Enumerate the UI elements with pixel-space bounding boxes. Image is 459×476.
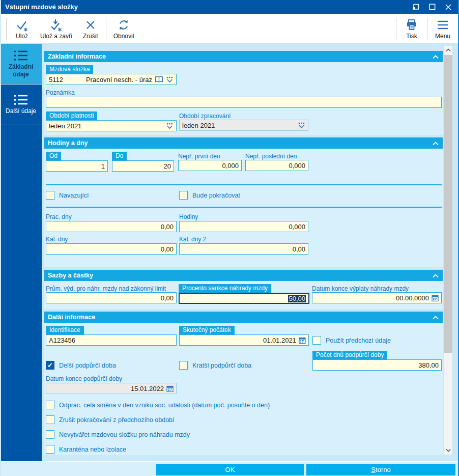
ok-label: OK — [225, 466, 235, 473]
checkbox-box[interactable] — [179, 361, 188, 370]
chevron-up-icon[interactable] — [432, 273, 439, 278]
poznamka-input[interactable] — [46, 97, 442, 108]
skutecny-pocatek-label: Skutečný počátek — [179, 326, 235, 334]
calendar-icon[interactable] — [432, 294, 439, 301]
checkbox-odprac-cela-smena[interactable]: Odprac. celá směna v den vzniku soc. udá… — [46, 401, 443, 409]
refresh-label: Obnovit — [113, 33, 134, 40]
do-input[interactable]: 20 — [112, 160, 174, 172]
vertical-scrollbar[interactable] — [444, 46, 452, 455]
field-kal-dny-2: Kal. dny 2 0,00 — [179, 235, 308, 255]
cancel-label: Zrušit — [83, 33, 98, 40]
checkbox-label: Karanténa nebo Izolace — [59, 446, 126, 453]
open-book-icon[interactable] — [155, 76, 163, 83]
menu-button[interactable]: Menu — [429, 16, 456, 42]
checkbox-pouzit-predchozi-udaje[interactable]: Použít předchozí údaje — [312, 336, 391, 345]
field-nepr-prvni-den: Nepř. první den 0,000 — [178, 152, 242, 171]
window-maximize-button[interactable] — [425, 2, 439, 13]
storno-label: Storno — [371, 466, 390, 473]
chevron-up-icon[interactable] — [432, 54, 439, 59]
kal-dny-2-label: Kal. dny 2 — [179, 235, 308, 243]
chevron-up-icon[interactable] — [432, 141, 439, 146]
skutecny-pocatek-input[interactable]: 01.01.2021 — [179, 334, 309, 346]
identifikace-input[interactable]: A123456 — [46, 334, 177, 346]
checkbox-box[interactable] — [46, 361, 54, 370]
kal-dny-input[interactable]: 0,00 — [46, 243, 177, 255]
maximize-icon — [429, 4, 436, 10]
toolbar-separator — [6, 18, 7, 40]
obdobi-platnosti-input[interactable]: leden 2021 — [46, 120, 177, 131]
sidebar-item-label: Další údaje — [6, 107, 36, 115]
sidebar-item-zakladni-udaje[interactable]: Základní údaje — [0, 44, 42, 85]
ok-button[interactable]: OK — [156, 464, 304, 475]
obdobi-zpracovani-value: leden 2021 — [182, 122, 295, 129]
storno-button[interactable]: Storno — [306, 464, 455, 475]
nepr-posledni-den-input[interactable]: 0,000 — [245, 160, 308, 171]
checkbox-bude-pokracovat[interactable]: Bude pokračovat — [179, 191, 240, 200]
refresh-button[interactable]: Obnovit — [108, 16, 139, 42]
checkbox-karantena-izolace[interactable]: Karanténa nebo Izolace — [46, 445, 443, 454]
checkbox-box[interactable] — [46, 191, 54, 200]
section-hodiny-a-dny: Hodiny a dny Od 1 Do — [44, 137, 443, 267]
sidebar-item-label: Základní údaje — [2, 63, 40, 78]
checkbox-box[interactable] — [46, 430, 54, 439]
nepr-prvni-den-input[interactable]: 0,000 — [178, 160, 242, 171]
sidebar: Základní údaje Další údaje — [0, 44, 42, 461]
checkbox-box[interactable] — [46, 401, 54, 409]
print-button[interactable]: Tisk — [398, 16, 425, 42]
mzdova-slozka-input[interactable]: 5112 Pracovní nesch. - úraz — [46, 74, 177, 85]
save-label: Ulož — [16, 33, 28, 40]
checkbox-box[interactable] — [46, 415, 54, 424]
checkbox-label: Kratší podpůrčí doba — [192, 362, 251, 369]
form-content: Základní informace Mzdová složka 5112 Pr… — [42, 44, 459, 461]
checkbox-delsi-podpurci-doba[interactable]: Delší podpůrčí doba — [46, 361, 179, 370]
nepr-posledni-den-value: 0,000 — [248, 162, 305, 170]
section-title: Sazby a částky — [48, 272, 432, 279]
pocet-dnu-input[interactable]: 380,00 — [312, 359, 442, 371]
od-input[interactable]: 1 — [46, 160, 108, 172]
obdobi-zpracovani-label: Období zpracování — [179, 111, 308, 120]
field-procento-sankce: Procento sankce náhrady mzdy 50,00 — [179, 284, 309, 304]
prac-dny-input[interactable]: 0,00 — [46, 221, 177, 232]
checkbox-navazujici[interactable]: Navazující — [46, 191, 179, 200]
obdobi-zpracovani-input: leden 2021 — [179, 120, 308, 131]
dots-chevron-icon[interactable] — [166, 76, 174, 83]
datum-konce-podpurci-input: 15.01.2022 — [46, 383, 177, 394]
kal-dny-value: 0,00 — [49, 245, 174, 253]
scrollbar-up-button[interactable] — [444, 46, 452, 54]
chevron-up-icon — [446, 48, 451, 52]
menu-label: Menu — [435, 33, 450, 40]
scrollbar-thumb[interactable] — [444, 55, 452, 353]
save-close-button[interactable]: Ulož a zavři — [35, 16, 77, 42]
mzdova-slozka-name: Pracovní nesch. - úraz — [86, 76, 152, 83]
dots-chevron-icon[interactable] — [166, 123, 174, 129]
checkbox-label: Odprac. celá směna v den vzniku soc. udá… — [59, 402, 270, 409]
hodiny-input[interactable]: 0,000 — [179, 221, 308, 232]
section-divider — [46, 184, 442, 185]
checkbox-kratsi-podpurci-doba[interactable]: Kratší podpůrčí doba — [179, 361, 312, 370]
window-close-button[interactable] — [442, 2, 455, 13]
checkbox-label: Nevytvářet mzdovou složku pro náhradu mz… — [59, 431, 190, 438]
checkbox-box[interactable] — [312, 336, 321, 345]
kal-dny-2-value: 0,00 — [182, 245, 305, 253]
window-restore-button[interactable] — [409, 2, 422, 13]
checkbox-nevytvaret-slozku[interactable]: Nevytvářet mzdovou složku pro náhradu mz… — [46, 430, 443, 439]
checkbox-box[interactable] — [179, 191, 188, 200]
checkbox-zrusit-pokracovani[interactable]: Zrušit pokračování z předchozího období — [46, 415, 443, 424]
scrollbar-down-button[interactable] — [444, 446, 452, 455]
obdobi-platnosti-value: leden 2021 — [49, 122, 163, 130]
chevron-up-icon[interactable] — [432, 315, 439, 320]
save-button[interactable]: Ulož — [9, 16, 35, 42]
sidebar-item-dalsi-udaje[interactable]: Další údaje — [0, 85, 42, 125]
checkbox-label: Zrušit pokračování z předchozího období — [59, 416, 175, 424]
prum-vyd-value: 0,00 — [49, 294, 174, 302]
procento-sankce-input[interactable]: 50,00 — [179, 293, 309, 304]
refresh-arrows-icon — [117, 18, 130, 32]
kal-dny-2-input[interactable]: 0,00 — [179, 243, 308, 255]
field-mzdova-slozka: Mzdová složka 5112 Pracovní nesch. - úra… — [46, 65, 177, 85]
datum-konce-vyplaty-input[interactable]: 00.00.0000 — [312, 292, 442, 303]
prum-vyd-input[interactable]: 0,00 — [46, 292, 177, 303]
cancel-button[interactable]: Zrušit — [77, 16, 104, 42]
calendar-icon[interactable] — [299, 337, 306, 344]
checkbox-box[interactable] — [46, 445, 54, 454]
od-label: Od — [46, 152, 61, 160]
